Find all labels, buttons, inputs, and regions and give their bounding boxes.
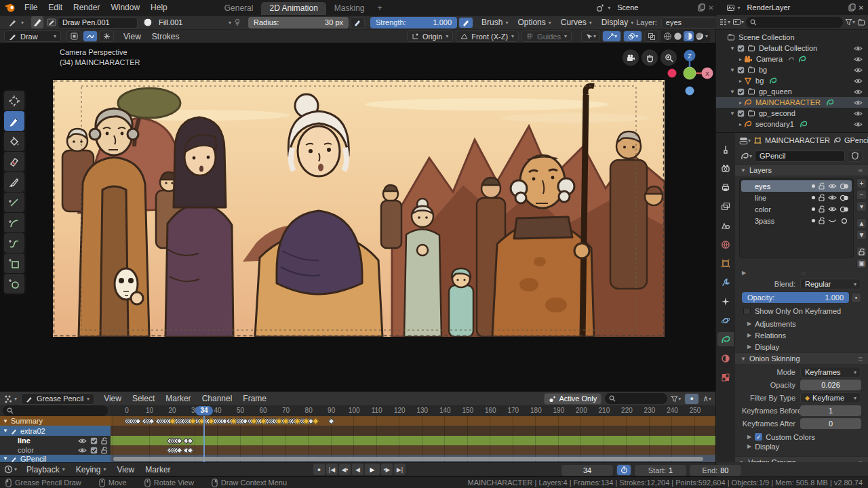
- move-layer-down-button[interactable]: ▼: [856, 230, 867, 240]
- custom-colors-checkbox[interactable]: ✓: [755, 433, 762, 441]
- properties-tab-tool[interactable]: [717, 142, 734, 157]
- add-workspace-button[interactable]: +: [373, 2, 387, 14]
- remove-render-layer-icon[interactable]: ✕: [859, 4, 864, 12]
- camera-view-button[interactable]: [623, 49, 639, 66]
- timeline-ruler[interactable]: 0102030405060708090100110120130140150160…: [111, 405, 715, 416]
- gpencil-browse-dropdown[interactable]: ▾: [741, 152, 752, 161]
- play-button[interactable]: ▶: [365, 464, 380, 475]
- display-mode-dropdown[interactable]: ▾: [719, 18, 730, 26]
- topbar-menu-file[interactable]: File: [19, 3, 43, 12]
- outliner-row-bg[interactable]: ▸bg: [716, 75, 868, 86]
- current-frame-line[interactable]: [203, 416, 205, 462]
- channel-visibility-icon[interactable]: [78, 447, 87, 453]
- material-swatch-icon[interactable]: [143, 18, 153, 27]
- pan-view-button[interactable]: [642, 49, 658, 66]
- layer-lock-icon[interactable]: [818, 205, 825, 213]
- display-menu[interactable]: Display▾: [599, 18, 636, 27]
- onion-filter-dropdown[interactable]: ◆ Keyframe▾: [800, 392, 861, 403]
- new-render-layer-icon[interactable]: [848, 3, 856, 12]
- visibility-eye-icon[interactable]: [854, 100, 863, 106]
- scene-browse-chevron[interactable]: ▾: [608, 5, 610, 11]
- topbar-menu-help[interactable]: Help: [145, 3, 173, 12]
- visibility-eye-icon[interactable]: [854, 121, 863, 127]
- strength-pressure-icon[interactable]: [458, 17, 473, 28]
- channel-extra02[interactable]: ▼extra02: [0, 426, 111, 436]
- visibility-eye-icon[interactable]: [854, 78, 863, 84]
- expand-icon[interactable]: ▸: [739, 56, 742, 62]
- workspace-tab-general[interactable]: General: [216, 2, 262, 15]
- expand-icon[interactable]: ▼: [730, 110, 735, 117]
- collection-checkbox[interactable]: [737, 88, 745, 96]
- layer-onion-icon[interactable]: [840, 195, 849, 201]
- keyframes-after-field[interactable]: 0: [800, 418, 861, 429]
- shading-rendered-icon[interactable]: [695, 32, 704, 41]
- lock-layers-button[interactable]: [856, 247, 867, 257]
- axis-gizmo[interactable]: Z X: [661, 46, 715, 100]
- properties-tab-effects[interactable]: [717, 294, 734, 308]
- gpencil-layer-row-eyes[interactable]: eyes: [741, 180, 852, 192]
- layer-visibility-icon[interactable]: [828, 183, 837, 189]
- brush-datablock-icon[interactable]: [47, 18, 56, 27]
- expand-icon[interactable]: ▸: [739, 121, 742, 127]
- dopesheet-menu-view[interactable]: View: [98, 394, 127, 403]
- channel-lock-icon[interactable]: [101, 437, 108, 445]
- channel-lock-icon[interactable]: [101, 447, 108, 454]
- properties-tab-physics[interactable]: [717, 313, 734, 327]
- filter-dropdown[interactable]: ▾: [845, 18, 855, 26]
- radius-slider[interactable]: Radius:30 px: [248, 17, 349, 28]
- expand-icon[interactable]: ▼: [730, 67, 735, 73]
- playbar-menu-view[interactable]: View: [111, 465, 140, 474]
- origin-toggle-icon[interactable]: [66, 30, 81, 42]
- render-layer-chevron[interactable]: ▾: [738, 5, 741, 11]
- playbar-menu-playback[interactable]: Playback▾: [21, 465, 71, 474]
- tool-fill-button[interactable]: [4, 131, 24, 151]
- options-menu[interactable]: Options▾: [515, 18, 553, 27]
- playbar-menu-marker[interactable]: Marker: [140, 465, 176, 474]
- brush-menu[interactable]: Brush▾: [479, 18, 511, 27]
- properties-tab-object[interactable]: [717, 256, 734, 270]
- onion-skinning-header[interactable]: ▼Onion Skinning≡: [735, 352, 868, 364]
- dopesheet-menu-channel[interactable]: Channel: [197, 394, 238, 403]
- curves-menu[interactable]: Curves▾: [558, 18, 595, 27]
- outliner-row-default-collection[interactable]: ▼Default Collection: [716, 43, 868, 54]
- tool-draw-button[interactable]: [4, 111, 24, 131]
- layer-lock-icon[interactable]: [818, 182, 825, 190]
- datablock-name-field[interactable]: GPencil: [755, 150, 845, 162]
- guides-dropdown[interactable]: Guides▾: [521, 30, 572, 42]
- outliner-row-bg[interactable]: ▼bg: [716, 64, 868, 75]
- stabilizer-toggle-icon[interactable]: [83, 30, 98, 42]
- dopesheet-menu-select[interactable]: Select: [127, 394, 160, 403]
- channel-enable-checkbox[interactable]: [90, 437, 98, 445]
- fake-user-shield-icon[interactable]: [848, 150, 863, 162]
- strokes-menu[interactable]: Strokes: [146, 32, 185, 41]
- viewport-artwork[interactable]: [53, 80, 665, 337]
- outliner-row-gp_queen[interactable]: ▼gp_queen: [716, 86, 868, 97]
- gpencil-layer-row-color[interactable]: color: [741, 203, 852, 215]
- jump-to-start-button[interactable]: |◀: [326, 464, 338, 475]
- tool-circle-button[interactable]: [4, 274, 24, 293]
- properties-tab-material[interactable]: [717, 351, 734, 365]
- dopesheet-search-input[interactable]: [605, 393, 667, 404]
- outliner-row-scene-collection[interactable]: Scene Collection: [716, 32, 868, 43]
- pin-icon[interactable]: [233, 18, 241, 26]
- radius-pressure-icon[interactable]: [350, 17, 365, 28]
- multiframe-toggle-icon[interactable]: [99, 30, 114, 42]
- tool-erase-button[interactable]: [4, 152, 24, 171]
- tool-cutter-button[interactable]: [4, 172, 24, 192]
- channel-summary[interactable]: ▼Summary: [0, 416, 111, 426]
- collection-checkbox[interactable]: [737, 110, 745, 117]
- breadcrumb-object[interactable]: MAINCHARACTER: [765, 136, 830, 144]
- outliner-row-gp_second[interactable]: ▼gp_second: [716, 108, 868, 119]
- expand-icon[interactable]: ▸: [739, 78, 742, 84]
- channel-gpencil[interactable]: ▼GPencil: [0, 455, 111, 462]
- channel-visibility-icon[interactable]: [78, 438, 87, 444]
- timeline-editor-type-icon[interactable]: ▾: [0, 465, 21, 474]
- camera-frame[interactable]: [53, 80, 665, 337]
- record-button[interactable]: ●: [313, 464, 325, 475]
- layer-onion-icon[interactable]: [840, 218, 849, 224]
- visibility-eye-icon[interactable]: [854, 67, 863, 73]
- viewport-canvas[interactable]: Camera Perspective (34) MAINCHARACTER: [0, 43, 715, 391]
- current-frame-field[interactable]: 34: [561, 465, 613, 476]
- topbar-menu-window[interactable]: Window: [105, 3, 145, 12]
- scene-name-field[interactable]: Scene: [613, 2, 694, 14]
